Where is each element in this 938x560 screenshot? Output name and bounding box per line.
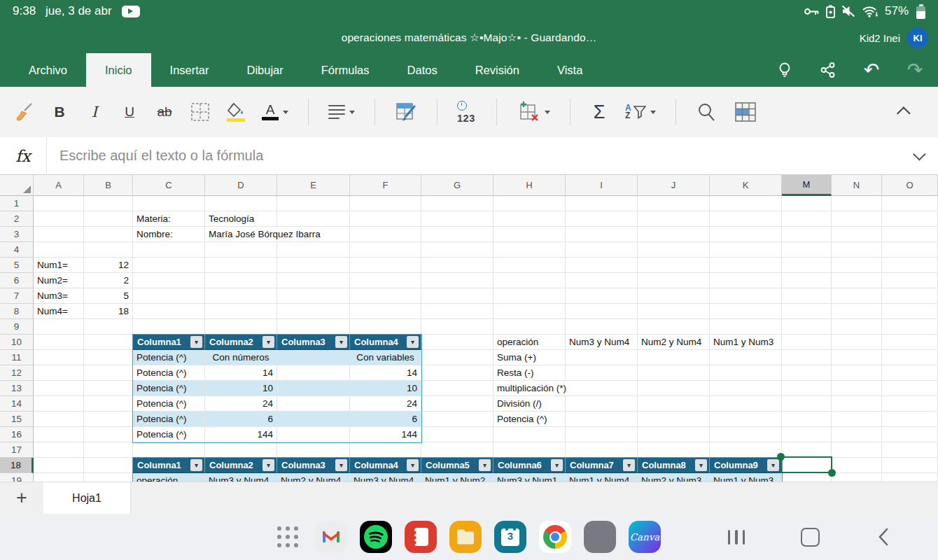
cell-G15[interactable] bbox=[421, 412, 493, 427]
cell-E11[interactable] bbox=[277, 350, 350, 365]
cell-G11[interactable] bbox=[421, 350, 493, 365]
cell-B13[interactable] bbox=[84, 381, 133, 396]
cell-M16[interactable] bbox=[782, 427, 832, 442]
cell-E16[interactable] bbox=[277, 427, 350, 442]
cell-O6[interactable] bbox=[882, 273, 938, 288]
cell-E12[interactable] bbox=[277, 365, 350, 381]
add-sheet-button[interactable]: + bbox=[0, 482, 43, 514]
cell-E4[interactable] bbox=[277, 242, 350, 258]
cell-D3[interactable]: María José Bórquez Ibarra bbox=[205, 227, 277, 242]
cell-K7[interactable] bbox=[710, 288, 782, 304]
cell-A4[interactable] bbox=[34, 242, 84, 258]
chrome-icon[interactable] bbox=[539, 521, 571, 553]
column-header-M[interactable]: M bbox=[782, 175, 832, 196]
cell-J15[interactable] bbox=[638, 412, 710, 427]
filter-dropdown-button[interactable]: ▾ bbox=[262, 459, 274, 471]
cell-H8[interactable] bbox=[493, 304, 566, 319]
column-header-H[interactable]: H bbox=[493, 175, 566, 196]
recents-button[interactable] bbox=[722, 523, 750, 551]
cell-G13[interactable] bbox=[421, 381, 493, 396]
cell-F19[interactable]: Num3 y Num4 bbox=[350, 473, 421, 482]
cell-I12[interactable] bbox=[566, 365, 638, 381]
cell-F17[interactable] bbox=[350, 442, 421, 458]
cell-G14[interactable] bbox=[421, 396, 493, 412]
cell-C16[interactable]: Potencia (^) bbox=[133, 427, 205, 442]
cell-A10[interactable] bbox=[34, 335, 84, 350]
my-files-folder-icon[interactable] bbox=[449, 521, 482, 553]
cell-K10[interactable]: Num1 y Num3 bbox=[710, 335, 782, 350]
filter-dropdown-button[interactable]: ▾ bbox=[407, 336, 419, 348]
calendar-icon[interactable]: 3 bbox=[494, 521, 526, 553]
search-icon[interactable] bbox=[696, 95, 717, 129]
cell-O15[interactable] bbox=[882, 412, 938, 427]
cell-N6[interactable] bbox=[832, 273, 882, 288]
cell-J9[interactable] bbox=[638, 319, 710, 335]
cell-N1[interactable] bbox=[832, 196, 882, 211]
cell-M2[interactable] bbox=[782, 211, 832, 227]
back-button[interactable] bbox=[869, 523, 897, 551]
cell-D12[interactable]: 14 bbox=[205, 365, 277, 381]
cell-K6[interactable] bbox=[710, 273, 782, 288]
cell-B19[interactable] bbox=[84, 473, 133, 482]
column-header-K[interactable]: K bbox=[710, 175, 782, 196]
cell-F11[interactable]: Con variables bbox=[350, 350, 421, 365]
column-header-O[interactable]: O bbox=[882, 175, 938, 196]
row-header-18[interactable]: 18 bbox=[0, 458, 34, 473]
cell-E8[interactable] bbox=[277, 304, 350, 319]
cell-B4[interactable] bbox=[84, 242, 133, 258]
column-header-B[interactable]: B bbox=[84, 175, 133, 196]
cell-O3[interactable] bbox=[882, 227, 938, 242]
cell-J13[interactable] bbox=[638, 381, 710, 396]
cell-M1[interactable] bbox=[782, 196, 832, 211]
cell-N4[interactable] bbox=[832, 242, 882, 258]
cell-E17[interactable] bbox=[277, 442, 350, 458]
cell-K13[interactable] bbox=[710, 381, 782, 396]
formula-bar-expand-icon[interactable] bbox=[903, 151, 938, 160]
cell-A13[interactable] bbox=[34, 381, 84, 396]
cell-F15[interactable]: 6 bbox=[350, 412, 421, 427]
cell-E14[interactable] bbox=[277, 396, 350, 412]
cell-K17[interactable] bbox=[710, 442, 782, 458]
row-header-5[interactable]: 5 bbox=[0, 258, 34, 273]
sort-filter-button[interactable]: AZ bbox=[625, 95, 656, 129]
cell-H7[interactable] bbox=[493, 288, 566, 304]
cell-M5[interactable] bbox=[782, 258, 832, 273]
undo-icon[interactable]: ↶ bbox=[862, 61, 881, 79]
cell-J16[interactable] bbox=[638, 427, 710, 442]
tab-datos[interactable]: Datos bbox=[388, 53, 456, 87]
column-header-D[interactable]: D bbox=[205, 175, 277, 196]
cell-E19[interactable]: Num2 y Num4 bbox=[277, 473, 350, 482]
cell-J6[interactable] bbox=[638, 273, 710, 288]
tab-vista[interactable]: Vista bbox=[538, 53, 601, 87]
cell-A1[interactable] bbox=[34, 196, 84, 211]
cell-G10[interactable] bbox=[421, 335, 493, 350]
apps-grid-button[interactable] bbox=[277, 526, 298, 547]
cell-I14[interactable] bbox=[566, 396, 638, 412]
cell-K1[interactable] bbox=[710, 196, 782, 211]
formula-input[interactable]: Escribe aquí el texto o la fórmula bbox=[47, 148, 903, 164]
cell-G3[interactable] bbox=[421, 227, 493, 242]
cell-K14[interactable] bbox=[710, 396, 782, 412]
cell-C8[interactable] bbox=[133, 304, 205, 319]
cell-J2[interactable] bbox=[638, 211, 710, 227]
cell-D4[interactable] bbox=[205, 242, 277, 258]
cell-D19[interactable]: Num3 y Num4 bbox=[205, 473, 277, 482]
column-header-J[interactable]: J bbox=[638, 175, 710, 196]
column-header-G[interactable]: G bbox=[421, 175, 493, 196]
cell-B11[interactable] bbox=[84, 350, 133, 365]
cell-N17[interactable] bbox=[832, 442, 882, 458]
cell-F4[interactable] bbox=[350, 242, 421, 258]
cell-D16[interactable]: 144 bbox=[205, 427, 277, 442]
cell-J19[interactable]: Num2 y Num3 bbox=[638, 473, 710, 482]
cell-M12[interactable] bbox=[782, 365, 832, 381]
cell-H10[interactable]: operación bbox=[493, 335, 566, 350]
cell-O17[interactable] bbox=[882, 442, 938, 458]
tab-archivo[interactable]: Archivo bbox=[10, 53, 86, 87]
cell-M11[interactable] bbox=[782, 350, 832, 365]
cell-A6[interactable]: Num2= bbox=[34, 273, 84, 288]
cell-D8[interactable] bbox=[205, 304, 277, 319]
cell-N14[interactable] bbox=[832, 396, 882, 412]
cell-A9[interactable] bbox=[34, 319, 84, 335]
select-all-button[interactable] bbox=[0, 175, 34, 196]
gmail-icon[interactable] bbox=[315, 521, 347, 553]
